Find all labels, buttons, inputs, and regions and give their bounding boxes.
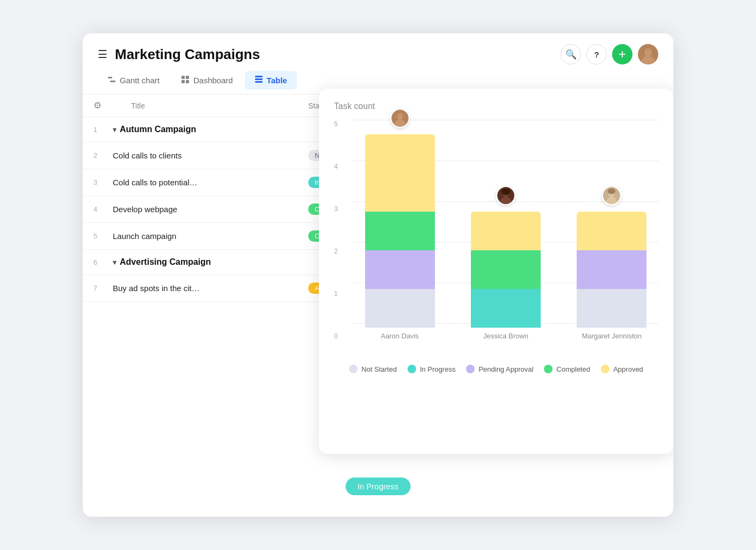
header: ☰ Marketing Campaigns 🔍 ? + bbox=[83, 33, 673, 71]
content-area: ⚙ Title Status 1 ▾Autumn Campaign 2 Cold… bbox=[83, 94, 673, 302]
svg-rect-8 bbox=[186, 80, 189, 83]
help-button[interactable]: ? bbox=[586, 44, 607, 64]
legend-dot-approved bbox=[601, 365, 609, 373]
chart-title: Task count bbox=[334, 102, 658, 111]
menu-icon[interactable]: ☰ bbox=[98, 48, 107, 61]
y-label: 2 bbox=[334, 247, 338, 255]
chart-bars-area: Aaron Davis bbox=[353, 120, 658, 340]
settings-col: ⚙ bbox=[93, 100, 115, 111]
svg-point-1 bbox=[644, 48, 652, 57]
legend-dot-in-progress bbox=[408, 365, 416, 373]
row-number: 7 bbox=[93, 284, 108, 292]
row-number: 3 bbox=[93, 178, 108, 186]
bar-stack bbox=[365, 134, 435, 328]
bar-group-margaret: Margaret Jenniston bbox=[565, 212, 658, 340]
header-right: 🔍 ? + bbox=[561, 44, 658, 64]
svg-rect-11 bbox=[255, 81, 263, 83]
chart-legend: Not Started In Progress Pending Approval… bbox=[334, 365, 658, 373]
help-icon: ? bbox=[594, 50, 599, 59]
gantt-icon bbox=[107, 75, 116, 85]
bar-group-aaron: Aaron Davis bbox=[353, 134, 446, 340]
svg-point-22 bbox=[608, 189, 615, 194]
bar-label-jessica: Jessica Brown bbox=[483, 332, 528, 340]
settings-icon[interactable]: ⚙ bbox=[93, 100, 101, 111]
tab-table[interactable]: Table bbox=[245, 71, 297, 90]
row-title: ▾Autumn Campaign bbox=[108, 125, 308, 134]
legend-label-in-progress: In Progress bbox=[420, 365, 455, 373]
y-label: 0 bbox=[334, 332, 338, 340]
row-number: 1 bbox=[93, 126, 108, 134]
row-title: Launch campaign bbox=[108, 231, 308, 241]
bar-segment-pending bbox=[365, 250, 435, 289]
bar-segment-in-progress bbox=[471, 289, 541, 328]
svg-rect-5 bbox=[181, 76, 185, 79]
chart-panel: Task count 0 1 2 3 4 5 bbox=[319, 89, 673, 454]
tab-dashboard-label: Dashboard bbox=[193, 76, 232, 85]
svg-rect-4 bbox=[110, 81, 115, 82]
bar-group-jessica: Jessica Brown bbox=[459, 212, 552, 340]
in-progress-badge: In Progress bbox=[346, 477, 411, 495]
tab-gantt[interactable]: Gantt chart bbox=[98, 71, 169, 90]
y-label: 1 bbox=[334, 290, 338, 298]
bar-segment-pending bbox=[577, 250, 646, 289]
header-left: ☰ Marketing Campaigns bbox=[98, 46, 260, 63]
legend-approved: Approved bbox=[601, 365, 643, 373]
svg-rect-6 bbox=[186, 76, 189, 79]
legend-dot-not-started bbox=[349, 365, 358, 373]
legend-not-started: Not Started bbox=[349, 365, 397, 373]
bar-segment-completed bbox=[471, 250, 541, 289]
row-title: ▾Advertising Campaign bbox=[108, 257, 308, 267]
user-avatar[interactable] bbox=[638, 44, 658, 64]
bar-segment-approved bbox=[577, 212, 646, 250]
bar-segment-completed bbox=[365, 212, 435, 250]
bar-segment-not-started bbox=[365, 289, 435, 328]
avatar-margaret bbox=[602, 186, 621, 205]
chevron-icon: ▾ bbox=[113, 258, 117, 266]
svg-point-18 bbox=[501, 189, 510, 195]
y-label: 5 bbox=[334, 120, 338, 128]
view-tabs: Gantt chart Dashboard Table bbox=[83, 71, 673, 90]
row-number: 4 bbox=[93, 205, 108, 213]
page-title: Marketing Campaigns bbox=[115, 46, 260, 63]
row-number: 5 bbox=[93, 232, 108, 240]
search-icon: 🔍 bbox=[565, 49, 577, 60]
bar-label-margaret: Margaret Jenniston bbox=[582, 332, 642, 340]
svg-point-13 bbox=[397, 113, 403, 120]
legend-label-completed: Completed bbox=[556, 365, 590, 373]
svg-point-21 bbox=[607, 197, 617, 205]
row-title: Buy ad spots in the cit… bbox=[108, 284, 308, 293]
legend-completed: Completed bbox=[544, 365, 590, 373]
legend-dot-pending bbox=[466, 365, 475, 373]
dashboard-icon bbox=[181, 75, 190, 85]
bar-stack bbox=[577, 212, 646, 328]
row-number: 6 bbox=[93, 258, 108, 266]
legend-in-progress: In Progress bbox=[408, 365, 455, 373]
row-number: 2 bbox=[93, 151, 108, 160]
bar-label-aaron: Aaron Davis bbox=[381, 332, 419, 340]
search-button[interactable]: 🔍 bbox=[561, 44, 581, 64]
add-button[interactable]: + bbox=[612, 44, 633, 64]
title-col-header: Title bbox=[115, 102, 308, 110]
chart-area: 0 1 2 3 4 5 bbox=[334, 120, 658, 356]
avatar-jessica bbox=[496, 186, 515, 205]
legend-dot-completed bbox=[544, 365, 553, 373]
bar-segment-approved bbox=[471, 212, 541, 250]
legend-label-approved: Approved bbox=[613, 365, 643, 373]
tab-table-label: Table bbox=[267, 76, 287, 85]
svg-point-17 bbox=[500, 197, 511, 205]
legend-label-not-started: Not Started bbox=[361, 365, 397, 373]
legend-pending-approval: Pending Approval bbox=[466, 365, 533, 373]
tab-gantt-label: Gantt chart bbox=[120, 76, 159, 85]
row-title: Cold calls to potential… bbox=[108, 178, 308, 187]
svg-point-14 bbox=[395, 120, 405, 128]
y-axis: 0 1 2 3 4 5 bbox=[334, 120, 342, 340]
y-label: 4 bbox=[334, 162, 338, 170]
add-icon: + bbox=[619, 48, 626, 61]
app-container: ☰ Marketing Campaigns 🔍 ? + bbox=[83, 33, 673, 517]
table-icon bbox=[255, 75, 263, 85]
tab-dashboard[interactable]: Dashboard bbox=[171, 71, 242, 90]
bar-segment-not-started bbox=[577, 289, 646, 328]
svg-rect-7 bbox=[181, 80, 185, 83]
y-label: 3 bbox=[334, 205, 338, 213]
avatar-aaron bbox=[390, 108, 410, 128]
